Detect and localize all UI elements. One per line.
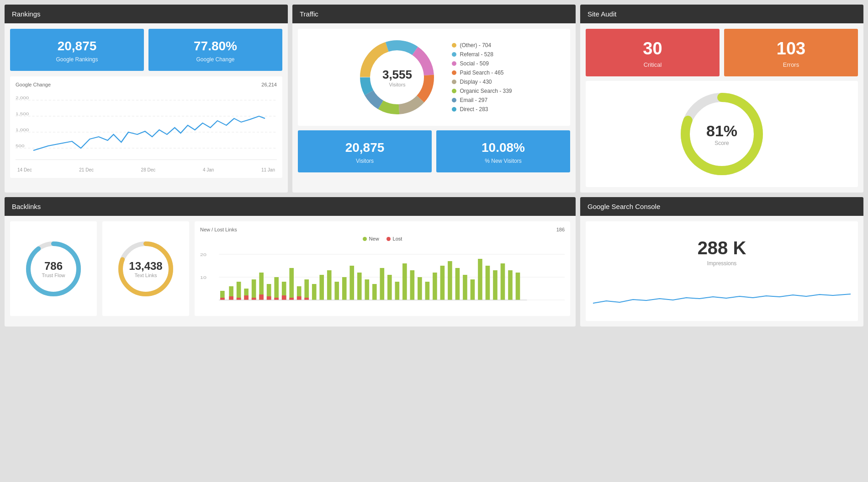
svg-rect-41 xyxy=(312,284,317,300)
svg-rect-67 xyxy=(508,270,513,300)
svg-rect-42 xyxy=(319,275,324,300)
svg-rect-68 xyxy=(516,273,520,300)
bar-legend-lost: Lost xyxy=(386,236,402,241)
svg-rect-59 xyxy=(448,261,452,300)
audit-errors-card: 103 Errors xyxy=(724,29,858,76)
traffic-visitors-total: 3,555 xyxy=(382,68,412,82)
gsc-panel: Google Search Console 288 K Impressions xyxy=(580,197,863,327)
backlinks-panel: Backlinks 786 Trust Flow xyxy=(5,197,576,327)
trust-flow-card: 786 Trust Flow xyxy=(10,221,97,316)
traffic-panel: Traffic xyxy=(292,5,576,193)
new-visitors-label: % New Visitors xyxy=(444,158,563,164)
score-card: 81% Score xyxy=(586,81,858,187)
total-visitors-card: 20,875 Visitors xyxy=(298,130,432,172)
new-visitors-card: 10.08% % New Visitors xyxy=(436,130,570,172)
svg-rect-79 xyxy=(297,296,302,300)
legend-item-paid-search: Paid Search - 465 xyxy=(452,70,512,76)
svg-rect-44 xyxy=(334,282,339,300)
legend-item-other: (Other) - 704 xyxy=(452,42,512,48)
site-audit-panel: Site Audit 30 Critical 103 Errors xyxy=(580,5,863,193)
legend-dot-paid-search xyxy=(452,70,456,75)
google-change-card: 77.80% Google Change xyxy=(148,29,282,71)
legend-dot-other xyxy=(452,43,456,48)
audit-critical-card: 30 Critical xyxy=(586,29,720,76)
trust-flow-value: 786 xyxy=(42,260,65,273)
backlinks-bar-chart: New / Lost Links 186 New Lost xyxy=(195,221,570,316)
rankings-chart-total: 26,214 xyxy=(261,82,277,87)
svg-text:1,000: 1,000 xyxy=(16,128,29,132)
audit-errors-label: Errors xyxy=(731,61,851,68)
traffic-donut-center: 3,555 Visitors xyxy=(382,68,412,87)
svg-rect-60 xyxy=(455,268,460,300)
svg-rect-45 xyxy=(342,277,347,300)
svg-rect-47 xyxy=(357,273,362,300)
site-audit-header: Site Audit xyxy=(580,5,863,23)
svg-rect-40 xyxy=(304,279,309,300)
google-rankings-value: 20,875 xyxy=(17,39,137,54)
audit-critical-value: 30 xyxy=(593,39,712,59)
svg-rect-58 xyxy=(440,266,445,300)
rankings-panel: Rankings 20,875 Google Rankings 77.80% G… xyxy=(5,5,288,193)
svg-rect-76 xyxy=(274,298,279,300)
svg-rect-52 xyxy=(395,282,400,300)
svg-rect-72 xyxy=(244,295,249,300)
traffic-donut-wrapper: 3,555 Visitors xyxy=(356,36,438,118)
bar-chart-total: 186 xyxy=(556,227,565,232)
svg-rect-77 xyxy=(282,295,286,300)
svg-text:1,500: 1,500 xyxy=(16,112,29,116)
trust-flow-label: Trust Flow xyxy=(42,273,65,278)
legend-item-email: Email - 297 xyxy=(452,97,512,103)
audit-critical-label: Critical xyxy=(593,61,712,68)
svg-rect-57 xyxy=(433,273,437,300)
rankings-chart-title: Google Change xyxy=(16,82,51,87)
x-axis-labels: 14 Dec 21 Dec 28 Dec 4 Jan 11 Jan xyxy=(16,167,277,172)
legend-dot-display xyxy=(452,80,456,84)
google-change-value: 77.80% xyxy=(156,39,275,54)
svg-rect-43 xyxy=(327,270,332,300)
rankings-header: Rankings xyxy=(5,5,288,23)
bar-legend-dot-lost xyxy=(386,237,391,241)
gsc-line-chart xyxy=(593,276,851,312)
total-visitors-label: Visitors xyxy=(305,158,424,164)
svg-rect-69 xyxy=(220,298,225,300)
svg-rect-50 xyxy=(380,268,384,300)
svg-rect-53 xyxy=(402,263,407,300)
trust-flow-chart-wrapper: 786 Trust Flow xyxy=(24,239,83,299)
svg-rect-74 xyxy=(259,295,264,300)
audit-errors-value: 103 xyxy=(731,39,851,59)
svg-rect-73 xyxy=(252,298,256,300)
text-links-card: 13,438 Text Links xyxy=(102,221,189,316)
svg-rect-56 xyxy=(425,282,430,300)
gsc-title: Google Search Console xyxy=(587,203,660,210)
svg-rect-51 xyxy=(387,275,392,300)
svg-rect-54 xyxy=(410,270,415,300)
svg-rect-49 xyxy=(372,284,377,300)
svg-rect-66 xyxy=(501,263,505,300)
score-donut-wrapper: 81% Score xyxy=(676,88,767,180)
score-center: 81% Score xyxy=(706,122,737,146)
score-label: Score xyxy=(706,140,737,146)
gsc-header: Google Search Console xyxy=(580,197,863,216)
text-links-value: 13,438 xyxy=(129,260,162,273)
svg-rect-62 xyxy=(471,279,475,300)
traffic-stats: 20,875 Visitors 10.08% % New Visitors xyxy=(298,130,570,172)
google-change-label: Google Change xyxy=(156,56,275,63)
bar-chart-title: New / Lost Links xyxy=(200,227,237,232)
rankings-stat-cards: 20,875 Google Rankings 77.80% Google Cha… xyxy=(10,29,282,71)
legend-item-direct: Direct - 283 xyxy=(452,106,512,112)
svg-text:20: 20 xyxy=(200,252,206,257)
audit-stats: 30 Critical 103 Errors xyxy=(586,29,858,76)
legend-dot-referral xyxy=(452,52,456,57)
backlinks-title: Backlinks xyxy=(12,203,41,210)
svg-rect-64 xyxy=(486,266,490,300)
site-audit-title: Site Audit xyxy=(587,10,616,18)
svg-rect-33 xyxy=(252,279,256,300)
backlinks-header: Backlinks xyxy=(5,197,576,216)
svg-rect-80 xyxy=(304,298,309,300)
bar-legend-new: New xyxy=(363,236,379,241)
svg-rect-55 xyxy=(418,277,422,300)
traffic-donut-card: 3,555 Visitors (Other) - 704 Referral - … xyxy=(298,29,570,126)
svg-rect-31 xyxy=(237,282,241,300)
text-links-center: 13,438 Text Links xyxy=(129,260,162,278)
svg-rect-75 xyxy=(267,296,271,300)
